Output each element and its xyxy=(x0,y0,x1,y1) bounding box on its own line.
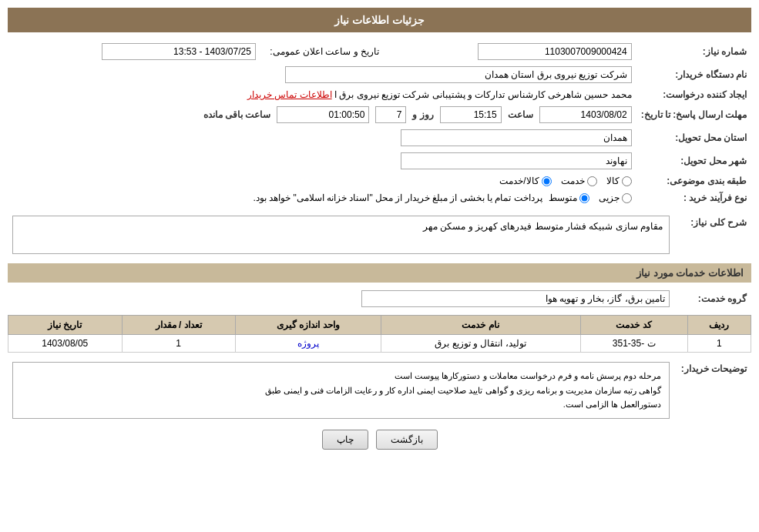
announcement-date-input: 1403/07/25 - 13:53 xyxy=(102,43,256,60)
delivery-province-value: همدان xyxy=(8,126,636,149)
subject-option-2: خدمت xyxy=(561,176,597,186)
service-group-row: گروه خدمت: تامین برق، گاز، بخار و تهویه … xyxy=(8,287,751,310)
row-purchase-type: نوع فرآیند خرید : جزیی متوسط پرداخت تمام… xyxy=(8,189,751,206)
response-date-label: مهلت ارسال پاسخ: تا تاریخ: xyxy=(636,103,751,126)
response-days-label: روز و xyxy=(412,109,433,120)
print-button[interactable]: چاپ xyxy=(322,430,368,450)
buttons-row: بازگشت چاپ xyxy=(8,430,751,450)
service-group-input: تامین برق، گاز، بخار و تهویه هوا xyxy=(361,290,670,307)
description-table: شرح کلی نیاز: مقاوم سازی شبیکه فشار متوس… xyxy=(8,212,751,257)
service-group-label: گروه خدمت: xyxy=(674,287,751,310)
delivery-province-label: استان محل تحویل: xyxy=(636,126,751,149)
response-date-row: 1403/08/02 ساعت 15:15 روز و 7 01:00:50 س… xyxy=(12,106,632,123)
cell-date: 1403/08/05 xyxy=(8,335,123,353)
requester-value: محمد حسین شاهرخی کارشناس تدارکات و پشتیب… xyxy=(8,86,636,103)
row-requester: ایجاد کننده درخواست: محمد حسین شاهرخی کا… xyxy=(8,86,751,103)
purchase-type-value: جزیی متوسط پرداخت تمام یا بخشی از مبلغ خ… xyxy=(8,189,636,206)
delivery-city-label: شهر محل تحویل: xyxy=(636,149,751,172)
services-table: ردیف کد خدمت نام خدمت واحد اندازه گیری ت… xyxy=(8,315,751,353)
purchase-type-option-2: متوسط xyxy=(549,192,589,203)
requester-link[interactable]: اطلاعات تماس خریدار xyxy=(247,89,332,100)
response-remaining-input: 01:00:50 xyxy=(277,106,369,123)
subject-radio-group: کالا خدمت کالا/خدمت xyxy=(12,176,632,186)
col-date: تاریخ نیاز xyxy=(8,316,123,335)
request-number-value: 1103007009000424 xyxy=(384,40,636,63)
announcement-date-label: تاریخ و ساعت اعلان عمومی: xyxy=(260,40,384,63)
subject-label: طبقه بندی موضوعی: xyxy=(636,172,751,189)
subject-radio-kala[interactable] xyxy=(622,176,632,186)
buyer-org-label: نام دستگاه خریدار: xyxy=(636,63,751,86)
buyer-notes-line1: مرحله دوم پرسش نامه و فرم درخواست معاملا… xyxy=(21,369,661,383)
buyer-notes-table: توضیحات خریدار: مرحله دوم پرسش نامه و فر… xyxy=(8,359,751,422)
requester-and: و پشتیبانی شرکت توزیع نیروی برق ا xyxy=(334,89,472,100)
requester-label: ایجاد کننده درخواست: xyxy=(636,86,751,103)
row-buyer-org: نام دستگاه خریدار: شرکت توزیع نیروی برق … xyxy=(8,63,751,86)
description-row: شرح کلی نیاز: مقاوم سازی شبیکه فشار متوس… xyxy=(8,212,751,257)
purchase-type-label: نوع فرآیند خرید : xyxy=(636,189,751,206)
description-label: شرح کلی نیاز: xyxy=(674,212,751,257)
row-response-date: مهلت ارسال پاسخ: تا تاریخ: 1403/08/02 سا… xyxy=(8,103,751,126)
buyer-notes-row: توضیحات خریدار: مرحله دوم پرسش نامه و فر… xyxy=(8,359,751,422)
col-unit: واحد اندازه گیری xyxy=(235,316,381,335)
response-days-input: 7 xyxy=(375,106,406,123)
row-delivery-city: شهر محل تحویل: نهاوند xyxy=(8,149,751,172)
buyer-org-value: شرکت توزیع نیروی برق استان همدان xyxy=(8,63,636,86)
subject-radio-khedmat[interactable] xyxy=(587,176,597,186)
delivery-city-input: نهاوند xyxy=(401,152,632,169)
col-quantity: تعداد / مقدار xyxy=(122,316,235,335)
response-time-input: 15:15 xyxy=(440,106,502,123)
page-wrapper: جزئیات اطلاعات نیاز شماره نیاز: 11030070… xyxy=(0,0,759,532)
description-box: مقاوم سازی شبیکه فشار متوسط فیدرهای کهری… xyxy=(12,216,670,254)
request-number-label: شماره نیاز: xyxy=(636,40,751,63)
row-subject: طبقه بندی موضوعی: کالا خدمت کالا/خدمت xyxy=(8,172,751,189)
cell-service-code: ت -35-351 xyxy=(580,335,687,353)
buyer-notes-box: مرحله دوم پرسش نامه و فرم درخواست معاملا… xyxy=(12,362,670,419)
purchase-type-label-jozi: جزیی xyxy=(599,192,620,203)
buyer-notes-value-cell: مرحله دوم پرسش نامه و فرم درخواست معاملا… xyxy=(8,359,674,422)
buyer-org-input: شرکت توزیع نیروی برق استان همدان xyxy=(285,66,632,83)
services-table-body: 1 ت -35-351 تولید، انتقال و توزیع برق پر… xyxy=(8,335,751,353)
col-row-num: ردیف xyxy=(687,316,751,335)
announcement-date-value: 1403/07/25 - 13:53 xyxy=(8,40,260,63)
back-button[interactable]: بازگشت xyxy=(376,430,438,450)
purchase-type-radio-jozi[interactable] xyxy=(622,193,632,203)
response-time-label: ساعت xyxy=(508,109,533,120)
service-group-value: تامین برق، گاز، بخار و تهویه هوا xyxy=(8,287,674,310)
main-title: جزئیات اطلاعات نیاز xyxy=(8,8,751,32)
cell-unit: پروژه xyxy=(235,335,381,353)
subject-label-kala-khedmat: کالا/خدمت xyxy=(499,176,539,186)
delivery-city-value: نهاوند xyxy=(8,149,636,172)
service-group-table: گروه خدمت: تامین برق، گاز، بخار و تهویه … xyxy=(8,287,751,310)
col-service-name: نام خدمت xyxy=(381,316,580,335)
purchase-type-label-motavaset: متوسط xyxy=(549,192,577,203)
buyer-notes-label: توضیحات خریدار: xyxy=(674,359,751,422)
purchase-type-radio-motavaset[interactable] xyxy=(579,193,589,203)
cell-quantity: 1 xyxy=(122,335,235,353)
subject-radio-kala-khedmat[interactable] xyxy=(542,176,552,186)
subject-label-khedmat: خدمت xyxy=(561,176,585,186)
row-request-number: شماره نیاز: 1103007009000424 تاریخ و ساع… xyxy=(8,40,751,63)
requester-name: محمد حسین شاهرخی کارشناس تدارکات xyxy=(475,89,631,100)
cell-row-num: 1 xyxy=(687,335,751,353)
buyer-notes-line2: گواهی رتبه سازمان مدیریت و برنامه ریزی و… xyxy=(21,383,661,398)
table-row: 1 ت -35-351 تولید، انتقال و توزیع برق پر… xyxy=(8,335,751,353)
purchase-type-row: جزیی متوسط پرداخت تمام یا بخشی از مبلغ خ… xyxy=(12,192,632,203)
purchase-type-note: پرداخت تمام یا بخشی از مبلغ خریدار از مح… xyxy=(253,192,542,203)
purchase-type-radio-group: جزیی متوسط xyxy=(549,192,632,203)
cell-service-name: تولید، انتقال و توزیع برق xyxy=(381,335,580,353)
response-remaining-label: ساعت باقی مانده xyxy=(203,109,271,120)
services-header-row: ردیف کد خدمت نام خدمت واحد اندازه گیری ت… xyxy=(8,316,751,335)
delivery-province-input: همدان xyxy=(401,129,632,146)
subject-option-3: کالا/خدمت xyxy=(499,176,551,186)
request-number-input: 1103007009000424 xyxy=(478,43,632,60)
col-service-code: کد خدمت xyxy=(580,316,687,335)
subject-value: کالا خدمت کالا/خدمت xyxy=(8,172,636,189)
response-date-value: 1403/08/02 ساعت 15:15 روز و 7 01:00:50 س… xyxy=(8,103,636,126)
response-date-input: 1403/08/02 xyxy=(539,106,632,123)
info-table: شماره نیاز: 1103007009000424 تاریخ و ساع… xyxy=(8,40,751,206)
row-delivery-province: استان محل تحویل: همدان xyxy=(8,126,751,149)
purchase-type-option-1: جزیی xyxy=(599,192,632,203)
subject-option-1: کالا xyxy=(606,176,632,186)
description-value-cell: مقاوم سازی شبیکه فشار متوسط فیدرهای کهری… xyxy=(8,212,674,257)
buyer-notes-line3: دستورالعمل ها الزامی است. xyxy=(21,397,661,412)
